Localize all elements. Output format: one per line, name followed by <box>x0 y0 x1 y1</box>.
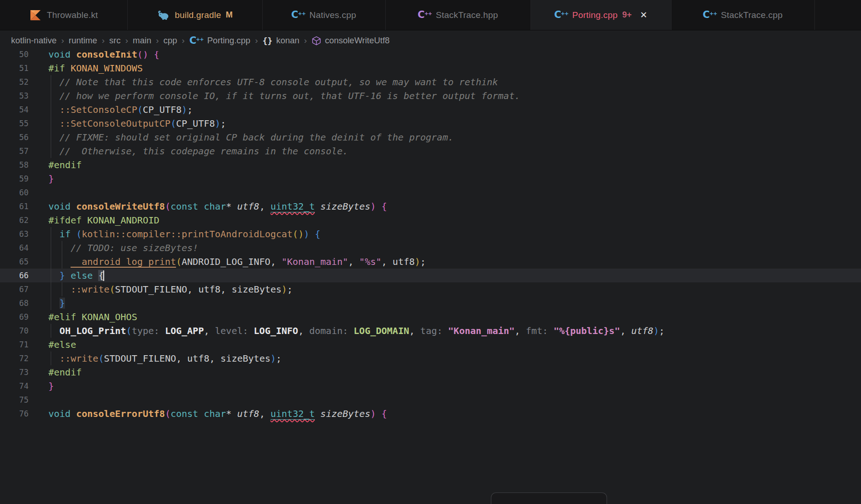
token: consoleErrorUtf8 <box>76 408 165 419</box>
code-line-58[interactable]: 58#endif <box>0 158 861 172</box>
chevron-right-icon: › <box>101 35 105 46</box>
line-number: 62 <box>0 216 29 225</box>
token: "%{public}s" <box>554 325 620 336</box>
token: , <box>187 284 198 295</box>
token: STDOUT_FILENO <box>104 353 176 364</box>
token: , <box>620 325 631 336</box>
token <box>48 353 59 364</box>
code-line-70[interactable]: 70 OH_LOG_Print(type: LOG_APP, level: LO… <box>0 324 861 338</box>
kotlin-icon <box>29 10 42 20</box>
token: ) <box>304 229 309 240</box>
code-line-76[interactable]: 76void consoleErrorUtf8(const char* utf8… <box>0 407 861 421</box>
line-number: 70 <box>0 326 29 335</box>
token: ) <box>282 284 287 295</box>
close-icon[interactable]: ✕ <box>640 11 647 19</box>
code-line-72[interactable]: 72 ::write(STDOUT_FILENO, utf8, sizeByte… <box>0 352 861 365</box>
code-text: #ifdef KONAN_ANDROID <box>29 213 159 227</box>
token: CP_UTF8 <box>143 104 182 115</box>
code-line-57[interactable]: 57 // Otherwise, this codepage remains i… <box>0 144 861 158</box>
line-number: 73 <box>0 368 29 377</box>
token: utf8 <box>187 353 209 364</box>
code-text: } <box>29 296 65 310</box>
token: ; <box>276 353 282 364</box>
breadcrumb-item-main[interactable]: main <box>133 35 151 46</box>
code-line-63[interactable]: 63 if (kotlin::compiler::printToAndroidL… <box>0 227 861 241</box>
code-line-64[interactable]: 64 // TODO: use sizeBytes! <box>0 241 861 255</box>
code-text: void consoleInit() { <box>29 51 159 61</box>
code-line-65[interactable]: 65 __android_log_print(ANDROID_LOG_INFO,… <box>0 255 861 269</box>
token: , <box>204 325 215 336</box>
token: char <box>204 201 226 212</box>
braces-icon: {} <box>262 36 272 46</box>
token <box>315 201 320 212</box>
token: KONAN_WINDOWS <box>71 63 143 74</box>
breadcrumb-item-cpp[interactable]: cpp <box>164 35 177 46</box>
token <box>48 325 59 336</box>
breadcrumb-item-porting-cpp[interactable]: C++Porting.cpp <box>189 35 250 46</box>
code-line-67[interactable]: 67 ::write(STDOUT_FILENO, utf8, sizeByte… <box>0 282 861 296</box>
line-number: 53 <box>0 91 29 100</box>
breadcrumb-item-consolewriteutf8[interactable]: consoleWriteUtf8 <box>312 35 390 46</box>
line-number: 63 <box>0 229 29 239</box>
token: tag: <box>420 325 448 336</box>
code-line-69[interactable]: 69#elif KONAN_OHOS <box>0 310 861 324</box>
line-number: 60 <box>0 188 29 197</box>
code-line-75[interactable]: 75 <box>0 393 861 407</box>
code-line-55[interactable]: 55 ::SetConsoleOutputCP(CP_UTF8); <box>0 117 861 130</box>
line-number: 65 <box>0 257 29 266</box>
token <box>71 408 76 419</box>
line-number: 72 <box>0 354 29 363</box>
code-line-50[interactable]: 50void consoleInit() { <box>0 51 861 61</box>
code-line-71[interactable]: 71#else <box>0 338 861 352</box>
line-number: 69 <box>0 312 29 322</box>
breadcrumb-item-kotlin-native[interactable]: kotlin-native <box>11 35 57 46</box>
token: // Note that this code enforces UTF-8 co… <box>48 76 498 88</box>
code-line-62[interactable]: 62#ifdef KONAN_ANDROID <box>0 213 861 227</box>
code-area[interactable]: 50void consoleInit() {51#if KONAN_WINDOW… <box>0 51 861 421</box>
tab-stacktrace-cpp[interactable]: C++StackTrace.cpp <box>672 0 815 30</box>
code-line-51[interactable]: 51#if KONAN_WINDOWS <box>0 61 861 75</box>
token: ::SetConsoleOutputCP <box>59 118 171 129</box>
text-caret <box>103 270 104 281</box>
code-line-53[interactable]: 53 // how we perform console IO, if it t… <box>0 89 861 103</box>
token: { <box>154 51 159 60</box>
code-line-60[interactable]: 60 <box>0 186 861 199</box>
tab-natives-cpp[interactable]: C++Natives.cpp <box>263 0 386 30</box>
token: OH_LOG_Print <box>59 325 126 336</box>
line-number: 57 <box>0 147 29 156</box>
code-line-74[interactable]: 74} <box>0 379 861 393</box>
token: , <box>348 256 359 267</box>
line-number: 68 <box>0 299 29 308</box>
cpp-purple-icon: C++ <box>418 10 431 20</box>
line-number: 52 <box>0 77 29 87</box>
token <box>48 270 59 281</box>
breadcrumb-label: kotlin-native <box>11 35 57 46</box>
code-line-61[interactable]: 61void consoleWriteUtf8(const char* utf8… <box>0 199 861 213</box>
code-line-54[interactable]: 54 ::SetConsoleCP(CP_UTF8); <box>0 103 861 117</box>
line-number: 71 <box>0 340 29 349</box>
tab-stacktrace-hpp[interactable]: C++StackTrace.hpp <box>386 0 531 30</box>
token: #if <box>48 63 65 74</box>
token: ( <box>171 118 176 129</box>
token <box>315 408 320 419</box>
token: { <box>382 408 387 419</box>
line-number: 67 <box>0 285 29 294</box>
editor[interactable]: 50void consoleInit() {51#if KONAN_WINDOW… <box>0 51 861 504</box>
code-line-66[interactable]: 66 } else { <box>0 269 861 282</box>
tab-build-gradle[interactable]: build.gradleM <box>128 0 263 30</box>
code-line-73[interactable]: 73#endif <box>0 365 861 379</box>
cpp-file-icon: C++ <box>291 10 306 20</box>
breadcrumb-item-konan[interactable]: {}konan <box>262 35 299 46</box>
code-line-56[interactable]: 56 // FIXME: should set original CP back… <box>0 130 861 144</box>
breadcrumb-item-runtime[interactable]: runtime <box>69 35 97 46</box>
code-line-59[interactable]: 59} <box>0 172 861 186</box>
line-number: 58 <box>0 160 29 170</box>
breadcrumb-item-src[interactable]: src <box>109 35 121 46</box>
code-line-52[interactable]: 52 // Note that this code enforces UTF-8… <box>0 75 861 89</box>
token: ( <box>165 201 171 212</box>
tab-throwable-kt[interactable]: Throwable.kt <box>0 0 128 30</box>
tab-porting-cpp[interactable]: C++Porting.cpp9+✕ <box>531 0 672 30</box>
token: ) <box>654 325 659 336</box>
cpp-file-icon: C++ <box>554 10 568 20</box>
code-line-68[interactable]: 68 } <box>0 296 861 310</box>
